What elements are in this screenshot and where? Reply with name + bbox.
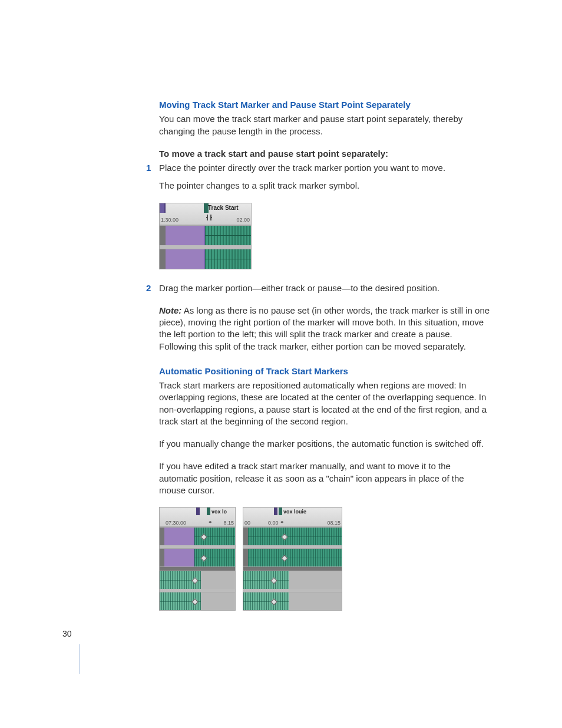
audio-region — [248, 549, 342, 566]
split-cursor-icon — [205, 213, 213, 222]
step-number: 2 — [146, 282, 151, 294]
audio-region — [194, 528, 235, 545]
note-label: Note: — [159, 305, 181, 315]
intro-text: You can move the track start marker and … — [159, 113, 491, 137]
page-number: 30 — [62, 628, 72, 640]
ruler-time: 08:15 — [327, 519, 340, 526]
section-heading: Moving Track Start Marker and Pause Star… — [159, 99, 491, 111]
figure-split-marker: Track Start 1:30:00 02:00 — [159, 203, 491, 269]
section-heading: Automatic Positioning of Track Start Mar… — [159, 365, 491, 377]
step-number: 1 — [146, 162, 151, 174]
track-start-marker-icon — [279, 508, 282, 515]
audio-region — [160, 571, 201, 589]
body-paragraph: If you manually change the marker positi… — [159, 438, 491, 450]
ruler-time: 0:00 — [268, 519, 279, 526]
audio-region-purple — [166, 226, 205, 245]
note-text: Note: As long as there is no pause set (… — [159, 305, 491, 353]
procedure-title: To move a track start and pause start po… — [159, 148, 491, 160]
figure-chain-icon-pair: vox lo 07:30:00 ⚭ 8:15 vox louie 00 0:00… — [159, 507, 491, 611]
chain-icon: ⚭ — [280, 519, 285, 526]
track-start-marker-icon — [207, 508, 210, 515]
region-label: vox louie — [283, 508, 306, 515]
audio-region — [243, 571, 289, 589]
audio-region — [194, 549, 235, 566]
step-2-text: Drag the marker portion—either track or … — [159, 283, 439, 293]
audio-region — [160, 592, 201, 610]
ruler-time: 02:00 — [236, 216, 250, 223]
step-1-text: Place the pointer directly over the trac… — [159, 163, 445, 173]
region-label: vox lo — [211, 508, 227, 515]
body-paragraph: If you have edited a track start marker … — [159, 460, 491, 496]
ruler-time: 00 — [244, 519, 250, 526]
audio-region-green — [205, 226, 251, 245]
ruler-time: 07:30:00 — [166, 519, 186, 526]
ruler-time: 1:30:00 — [161, 216, 178, 223]
body-paragraph: Track start markers are repositioned aut… — [159, 380, 491, 427]
audio-region-purple — [166, 249, 205, 269]
audio-region — [243, 592, 289, 610]
pause-marker-icon — [274, 508, 277, 515]
track-start-label: Track Start — [208, 204, 239, 212]
ruler-time: 8:15 — [223, 519, 234, 526]
pause-marker-icon — [196, 508, 200, 515]
chain-icon: ⚭ — [208, 519, 213, 526]
audio-region — [248, 528, 342, 545]
step-1-result: The pointer changes to a split track mar… — [159, 180, 491, 192]
pause-marker-icon — [160, 203, 166, 213]
margin-rule — [80, 644, 80, 674]
audio-region-green — [205, 249, 251, 269]
